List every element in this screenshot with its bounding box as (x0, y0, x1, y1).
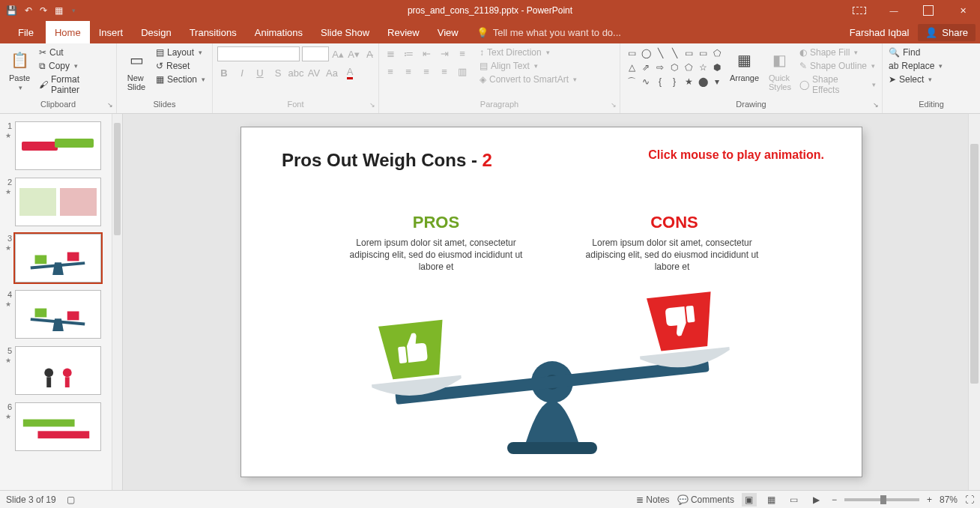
slide-canvas[interactable]: Pros Out Weigh Cons - 2 Click mouse to p… (123, 114, 980, 490)
align-center-button[interactable]: ≡ (402, 64, 415, 78)
line-spacing-button[interactable]: ≡ (456, 46, 469, 60)
convert-smartart-button[interactable]: ◈Convert to SmartArt▾ (478, 73, 578, 85)
minimize-button[interactable]: — (877, 0, 911, 21)
shapes-gallery[interactable]: ▭◯╲╲▭▭⬠ △⇗⇨⬡⬠☆⬢ ⌒∿{}★⬤▾ (625, 46, 724, 88)
bold-button[interactable]: B (217, 66, 231, 79)
tell-me-search[interactable]: 💡 Tell me what you want to do... (468, 27, 621, 38)
char-spacing-button[interactable]: AV (307, 66, 321, 79)
share-icon: 👤 (925, 27, 937, 38)
canvas-vertical-scrollbar[interactable] (968, 114, 980, 490)
zoom-out-button[interactable]: − (832, 495, 837, 505)
replace-button[interactable]: abReplace▾ (887, 60, 944, 72)
ribbon-options-icon[interactable] (842, 0, 877, 21)
select-button[interactable]: ➤Select▾ (887, 73, 944, 85)
tab-view[interactable]: View (429, 21, 468, 43)
close-button[interactable]: ✕ (946, 0, 980, 21)
save-icon[interactable]: 💾 (6, 5, 17, 16)
thumbnail-5[interactable]: 5★ (0, 343, 112, 399)
normal-view-button[interactable]: ▣ (742, 493, 757, 507)
thumbnail-3[interactable]: 3★ (0, 231, 112, 287)
dialog-launcher-icon[interactable]: ↘ (107, 101, 113, 109)
columns-button[interactable]: ▥ (456, 64, 469, 78)
zoom-slider[interactable] (844, 498, 919, 501)
maximize-button[interactable] (911, 0, 946, 21)
font-family-combo[interactable] (217, 46, 300, 61)
arrange-button[interactable]: ▦ Arrange (727, 46, 762, 84)
quick-styles-button[interactable]: ◧ Quick Styles (765, 46, 795, 93)
text-direction-button[interactable]: ↕Text Direction▾ (478, 46, 578, 58)
reading-view-button[interactable]: ▭ (787, 493, 802, 507)
italic-button[interactable]: I (235, 66, 249, 79)
notes-button[interactable]: ≣ Notes (636, 495, 670, 505)
thumbnails-scrollbar[interactable] (112, 114, 122, 490)
undo-icon[interactable]: ↶ (25, 5, 32, 16)
align-text-button[interactable]: ▤Align Text▾ (478, 60, 578, 72)
tab-animations[interactable]: Animations (246, 21, 312, 43)
copy-button[interactable]: ⧉Copy▾ (37, 60, 112, 72)
tab-design[interactable]: Design (132, 21, 180, 43)
svg-rect-1 (67, 253, 79, 261)
thumbnail-1[interactable]: 1★ (0, 118, 112, 175)
dialog-launcher-icon[interactable]: ↘ (369, 101, 375, 109)
zoom-in-button[interactable]: + (927, 495, 932, 505)
shape-effects-button[interactable]: ◯Shape Effects▾ (798, 73, 877, 96)
shape-outline-label: Shape Outline (810, 61, 867, 71)
new-slide-button[interactable]: ▭ New Slide (121, 46, 151, 93)
thumbnail-2[interactable]: 2★ (0, 175, 112, 231)
shape-fill-button[interactable]: ◐Shape Fill▾ (798, 46, 877, 58)
tab-file[interactable]: File (6, 21, 46, 43)
tab-transitions[interactable]: Transitions (181, 21, 246, 43)
dialog-launcher-icon[interactable]: ↘ (611, 101, 617, 109)
increase-indent-button[interactable]: ⇥ (438, 46, 451, 60)
svg-rect-4 (35, 309, 47, 318)
comments-button[interactable]: 💬 Comments (677, 495, 734, 505)
increase-font-icon[interactable]: A▴ (331, 47, 345, 61)
fit-to-window-button[interactable]: ⛶ (965, 495, 974, 505)
section-button[interactable]: ▦Section▾ (154, 73, 207, 85)
tab-home[interactable]: Home (46, 21, 90, 43)
font-color-button[interactable]: A (343, 66, 357, 79)
bullets-button[interactable]: ≣ (384, 46, 397, 60)
slide-sorter-view-button[interactable]: ▦ (764, 493, 779, 507)
align-right-button[interactable]: ≡ (420, 64, 433, 78)
format-painter-button[interactable]: 🖌Format Painter (37, 73, 112, 96)
dialog-launcher-icon[interactable]: ↘ (873, 101, 879, 109)
underline-button[interactable]: U (253, 66, 267, 79)
thumb-number: 2 (4, 178, 12, 187)
redo-icon[interactable]: ↷ (40, 5, 47, 16)
slideshow-view-button[interactable]: ▶ (809, 493, 824, 507)
decrease-indent-button[interactable]: ⇤ (420, 46, 433, 60)
decrease-font-icon[interactable]: A▾ (347, 47, 360, 61)
tell-me-placeholder: Tell me what you want to do... (493, 27, 621, 38)
zoom-level[interactable]: 87% (940, 495, 958, 505)
thumbnail-6[interactable]: 6★ (0, 399, 112, 456)
slide-counter[interactable]: Slide 3 of 19 (6, 495, 56, 505)
clear-formatting-icon[interactable]: A̶ (363, 47, 376, 61)
justify-button[interactable]: ≡ (438, 64, 451, 78)
font-size-combo[interactable] (302, 46, 329, 61)
reset-icon: ↺ (156, 61, 163, 71)
change-case-button[interactable]: Aa (325, 66, 339, 79)
strikethrough-button[interactable]: S (271, 66, 285, 79)
shadow-button[interactable]: abc (289, 66, 303, 79)
tab-review[interactable]: Review (378, 21, 429, 43)
thumb-number: 4 (4, 290, 12, 299)
tab-slideshow[interactable]: Slide Show (312, 21, 378, 43)
spell-check-icon[interactable]: ▢ (67, 495, 75, 505)
align-left-button[interactable]: ≡ (384, 64, 397, 78)
group-paragraph-label: Paragraph (480, 100, 518, 109)
numbering-button[interactable]: ≔ (402, 46, 415, 60)
slide-title-number: 2 (483, 150, 492, 170)
signed-in-user[interactable]: Farshad Iqbal (850, 27, 910, 38)
tab-insert[interactable]: Insert (90, 21, 133, 43)
thumbnail-4[interactable]: 4★ (0, 287, 112, 343)
qat-customize-icon[interactable]: ▾ (72, 7, 76, 14)
layout-button[interactable]: ▤Layout▾ (154, 46, 207, 58)
cut-button[interactable]: ✂Cut (37, 46, 112, 58)
paste-button[interactable]: 📋 Paste ▾ (4, 46, 34, 93)
reset-button[interactable]: ↺Reset (154, 60, 207, 72)
find-button[interactable]: 🔍Find (887, 46, 944, 58)
shape-outline-button[interactable]: ✎Shape Outline▾ (798, 60, 877, 72)
start-from-beginning-icon[interactable]: ▦ (55, 5, 63, 16)
share-button[interactable]: 👤 Share (918, 24, 976, 41)
